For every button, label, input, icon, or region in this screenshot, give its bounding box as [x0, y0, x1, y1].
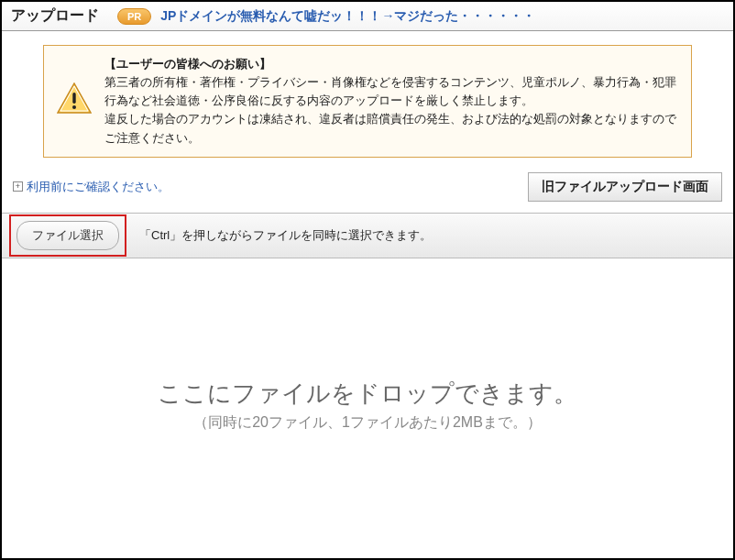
pr-banner: PR JPドメインが無料なんて嘘だッ！！！→マジだった・・・・・・	[117, 8, 724, 25]
expand-icon[interactable]: +	[13, 181, 23, 192]
drop-zone[interactable]: ここにファイルをドロップできます。 （同時に20ファイル、1ファイルあたり2MB…	[2, 258, 733, 552]
old-upload-screen-button[interactable]: 旧ファイルアップロード画面	[528, 172, 722, 202]
notice-line-1: 第三者の所有権・著作権・プライバシー・肖像権などを侵害するコンテンツ、児童ポルノ…	[104, 73, 678, 110]
header: アップロード PR JPドメインが無料なんて嘘だッ！！！→マジだった・・・・・・	[2, 2, 733, 31]
notice-box: 【ユーザーの皆様へのお願い】 第三者の所有権・著作権・プライバシー・肖像権などを…	[43, 45, 692, 158]
confirm-before-use-link[interactable]: 利用前にご確認ください。	[27, 179, 170, 195]
svg-rect-2	[72, 93, 75, 104]
drop-zone-sub-text: （同時に20ファイル、1ファイルあたり2MBまで。）	[193, 413, 542, 433]
file-select-bar: ファイル選択 「Ctrl」を押しながらファイルを同時に選択できます。	[2, 213, 733, 258]
page-title: アップロード	[11, 6, 99, 26]
warning-icon	[57, 82, 92, 114]
notice-text: 【ユーザーの皆様へのお願い】 第三者の所有権・著作権・プライバシー・肖像権などを…	[104, 55, 678, 148]
notice-line-2: 違反した場合のアカウントは凍結され、違反者は賠償責任の発生、および法的な処罰の対…	[104, 110, 678, 147]
pr-badge: PR	[117, 8, 151, 25]
drop-zone-main-text: ここにファイルをドロップできます。	[158, 378, 577, 410]
pr-link[interactable]: JPドメインが無料なんて嘘だッ！！！→マジだった・・・・・・	[160, 8, 535, 25]
mid-row: + 利用前にご確認ください。 旧ファイルアップロード画面	[2, 167, 733, 213]
confirm-link-wrap: + 利用前にご確認ください。	[13, 179, 170, 195]
svg-point-3	[72, 105, 76, 109]
file-select-button[interactable]: ファイル選択	[16, 221, 119, 250]
highlight-frame: ファイル選択	[9, 214, 126, 257]
file-select-hint: 「Ctrl」を押しながらファイルを同時に選択できます。	[139, 227, 432, 244]
notice-title: 【ユーザーの皆様へのお願い】	[104, 55, 678, 73]
